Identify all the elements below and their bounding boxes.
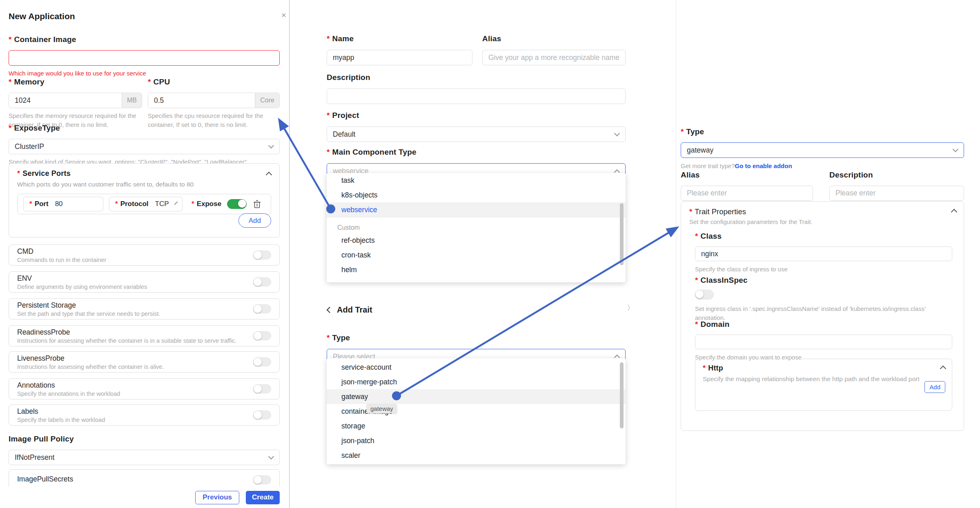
dropdown-group-label: Custom (327, 217, 626, 233)
dropdown-option[interactable]: service-account (327, 360, 626, 375)
protocol-group[interactable]: *Protocol TCP (109, 197, 183, 211)
description-input[interactable] (327, 89, 626, 104)
port-group[interactable]: *Port 80 (23, 197, 103, 211)
image-pull-policy-select[interactable] (9, 450, 280, 465)
toggle-card-title: ReadinessProbe (17, 328, 271, 337)
component-type-dropdown: taskk8s-objectswebservice Custom ref-obj… (327, 173, 626, 282)
cpu-unit: Core (255, 93, 279, 108)
dropdown-option[interactable]: ref-objects (327, 233, 626, 248)
trait-alias-label: Alias (681, 171, 813, 180)
toggle-card-desc: Instructions for assessing whether the c… (17, 364, 271, 370)
dropdown-option[interactable]: gateway (327, 389, 626, 404)
previous-button[interactable]: Previous (195, 491, 239, 504)
add-trait-title: Add Trait (337, 305, 372, 315)
container-image-field: *Container Image Which image would you l… (9, 35, 280, 78)
expose-type-select[interactable] (9, 139, 280, 154)
container-image-input[interactable] (9, 50, 280, 66)
domain-label: *Domain (695, 320, 952, 329)
feature-toggle[interactable] (253, 410, 271, 419)
name-field: *Name (327, 34, 472, 65)
image-pull-policy-value[interactable] (9, 450, 280, 465)
feature-toggle[interactable] (253, 304, 271, 313)
dropdown-option[interactable]: storage (327, 419, 626, 433)
domain-field: *Domain Specify the domain you want to e… (695, 320, 952, 362)
memory-unit: MB (122, 93, 142, 108)
feature-toggle[interactable] (253, 251, 271, 260)
project-field: *Project (327, 111, 626, 142)
trait-properties-subtitle: Set the configuration parameters for the… (689, 218, 951, 225)
dropdown-option[interactable]: json-merge-patch (327, 375, 626, 389)
port-value[interactable]: 80 (55, 200, 63, 208)
trait-alias-input[interactable] (681, 186, 813, 201)
name-label: *Name (327, 34, 472, 43)
toggle-card-desc: Commands to run in the container (17, 257, 271, 263)
trait-description-field: Description (829, 171, 964, 201)
trait-panel-type-select[interactable] (681, 142, 964, 158)
class-in-spec-toggle[interactable] (695, 290, 714, 299)
chevron-down-icon (174, 202, 178, 205)
domain-input[interactable] (695, 335, 952, 349)
toggle-card-desc: Define arguments by using environment va… (17, 284, 271, 290)
drawer-edge-divider (289, 0, 290, 508)
cpu-label: *CPU (148, 78, 280, 87)
drawer-handle-icon[interactable]: 〉 (628, 304, 630, 312)
memory-field: *Memory MB Specifies the memory resource… (9, 78, 142, 129)
trait-panel-type-field: *Type Get more trait type?Go to enable a… (681, 127, 964, 171)
container-image-label: *Container Image (9, 35, 280, 44)
drawer-title: New Application (9, 11, 75, 21)
project-value[interactable] (327, 126, 626, 142)
class-input[interactable] (695, 246, 952, 261)
toggle-card-title: CMD (17, 247, 271, 256)
dropdown-scrollbar[interactable] (620, 362, 624, 428)
collapse-chevron-up-icon[interactable] (951, 209, 958, 215)
add-port-button[interactable]: Add (238, 213, 271, 228)
dropdown-scrollbar[interactable] (620, 203, 624, 265)
service-ports-card: *Service Ports Which ports do you want c… (9, 163, 280, 237)
main-component-type-label: *Main Component Type (327, 148, 626, 157)
gateway-tooltip: gateway (367, 404, 397, 413)
toggle-card: ENV Define arguments by using environmen… (9, 271, 280, 293)
project-select[interactable] (327, 126, 626, 142)
expose-group: *Expose (192, 199, 247, 209)
trait-description-input[interactable] (829, 186, 964, 201)
feature-toggle[interactable] (253, 277, 271, 286)
expose-toggle[interactable] (227, 199, 247, 209)
feature-toggle[interactable] (253, 357, 271, 366)
feature-toggle[interactable] (253, 384, 271, 393)
trash-icon[interactable] (253, 200, 261, 209)
trait-properties-header: *Trait Properties Set the configuration … (689, 207, 951, 225)
dropdown-option[interactable]: k8s-objects (327, 188, 626, 202)
add-http-button[interactable]: Add (924, 381, 945, 393)
new-application-page: New Application × *Container Image Which… (0, 0, 980, 508)
dropdown-option[interactable]: scaler (327, 448, 626, 463)
name-input[interactable] (327, 50, 472, 65)
component-type-options: taskk8s-objectswebservice (327, 173, 626, 217)
expose-type-value[interactable] (9, 139, 280, 154)
class-field: *Class Specify the class of ingress to u… (695, 232, 952, 274)
feature-toggle[interactable] (253, 331, 271, 340)
create-button[interactable]: Create (246, 491, 280, 504)
trait-panel-type-value[interactable] (681, 142, 964, 158)
toggle-card: Labels Specify the labels in the workloa… (9, 404, 280, 426)
enable-addon-link[interactable]: Go to enable addon (735, 162, 792, 169)
close-icon[interactable]: × (281, 11, 286, 19)
dropdown-option[interactable]: helm (327, 262, 626, 277)
alias-input[interactable] (482, 50, 626, 65)
class-in-spec-helper: Set ingress class in '.spec.ingressClass… (695, 304, 952, 322)
protocol-value[interactable]: TCP (155, 200, 169, 208)
trait-properties-card: *Trait Properties Set the configuration … (681, 201, 964, 431)
dropdown-option[interactable]: webservice (327, 202, 626, 217)
dropdown-option[interactable]: cron-task (327, 248, 626, 262)
toggle-card: LivenessProbe Instructions for assessing… (9, 351, 280, 373)
trait-type-dropdown: service-accountjson-merge-patchgatewayco… (327, 358, 626, 464)
container-image-error: Which image would you like to use for yo… (9, 69, 280, 78)
memory-input[interactable] (9, 93, 122, 108)
cpu-input-group: Core (148, 93, 280, 108)
image-pull-secrets-toggle[interactable] (253, 475, 271, 484)
dropdown-option[interactable]: task (327, 173, 626, 188)
cpu-input[interactable] (148, 93, 255, 108)
image-pull-policy-label: Image Pull Policy (9, 435, 280, 444)
dropdown-option[interactable]: json-patch (327, 433, 626, 448)
service-ports-helper: Which ports do you want customer traffic… (17, 180, 271, 189)
add-trait-back[interactable]: Add Trait (327, 305, 372, 315)
